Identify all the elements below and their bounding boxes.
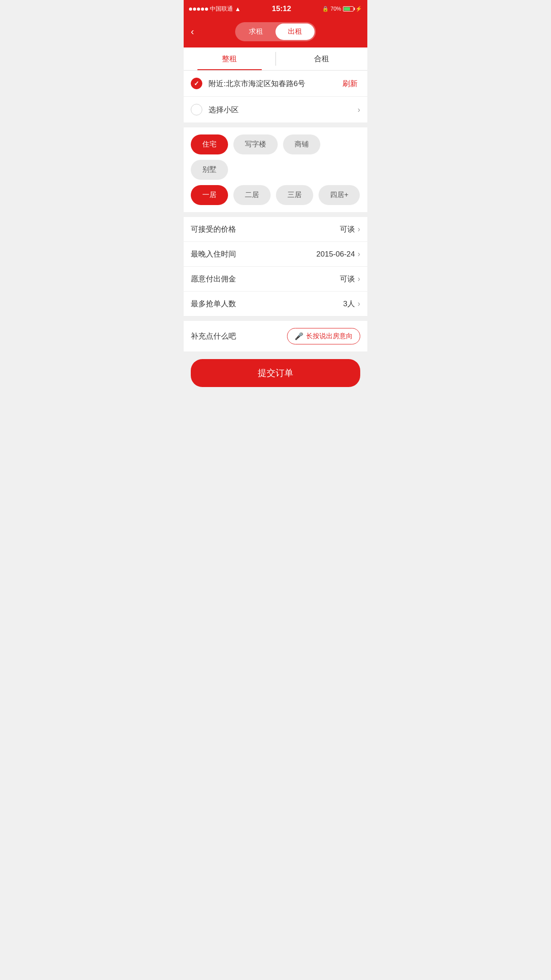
time-label: 15:12 <box>272 4 291 13</box>
lock-icon: 🔒 <box>322 6 329 12</box>
movein-chevron: › <box>358 249 360 259</box>
battery-icon <box>343 6 354 12</box>
offer-rent-toggle[interactable]: 出租 <box>276 24 315 40</box>
location-label: 附近:北京市海淀区知春路6号 <box>209 79 342 89</box>
back-button[interactable]: ‹ <box>191 26 194 38</box>
maxpeople-label: 最多抢单人数 <box>191 299 343 309</box>
community-label: 选择小区 <box>209 105 358 115</box>
submit-button[interactable]: 提交订单 <box>191 359 360 387</box>
tab-hezi[interactable]: 合租 <box>276 47 368 70</box>
divider-1 <box>184 123 367 127</box>
commission-value: 可谈 <box>340 274 355 284</box>
carrier-label: 中国联通 <box>210 5 233 13</box>
status-bar: 中国联通 ▲ 15:12 🔒 70% ⚡ <box>184 0 367 18</box>
room-count-row: 一居 二居 三居 四居+ <box>191 185 360 205</box>
location-radio <box>191 78 202 89</box>
tab-zhengzu[interactable]: 整租 <box>184 47 276 70</box>
status-bar-right: 🔒 70% ⚡ <box>322 6 362 12</box>
movein-row[interactable]: 最晚入住时间 2015-06-24 › <box>184 242 367 267</box>
battery-percent: 70% <box>331 6 341 12</box>
supplement-row: 补充点什么吧 🎤 长按说出房意向 <box>184 321 367 352</box>
property-type-section: 住宅 写字楼 商铺 别墅 一居 二居 三居 四居+ <box>184 127 367 213</box>
mode-toggle: 求租 出租 <box>235 22 316 41</box>
mic-icon: 🎤 <box>295 332 303 340</box>
status-bar-left: 中国联通 ▲ <box>189 5 241 13</box>
commission-label: 愿意付出佣金 <box>191 274 340 284</box>
supplement-label: 补充点什么吧 <box>191 331 236 341</box>
chip-sanju[interactable]: 三居 <box>276 185 313 205</box>
chip-yiju[interactable]: 一居 <box>191 185 228 205</box>
community-radio <box>191 104 202 115</box>
tabs: 整租 合租 <box>184 47 367 71</box>
maxpeople-value: 3人 <box>343 299 355 309</box>
wifi-icon: ▲ <box>235 5 241 12</box>
chip-zuzhai[interactable]: 住宅 <box>191 134 228 154</box>
price-row[interactable]: 可接受的价格 可谈 › <box>184 217 367 242</box>
community-row[interactable]: 选择小区 › <box>184 97 367 123</box>
chip-erju[interactable]: 二居 <box>233 185 271 205</box>
bolt-icon: ⚡ <box>355 6 362 12</box>
movein-value: 2015-06-24 <box>316 250 355 259</box>
divider-2 <box>184 213 367 217</box>
seek-rent-toggle[interactable]: 求租 <box>236 24 276 40</box>
community-chevron: › <box>358 105 360 115</box>
price-value: 可谈 <box>340 224 355 234</box>
submit-section: 提交订单 <box>184 352 367 394</box>
voice-button[interactable]: 🎤 长按说出房意向 <box>287 328 360 344</box>
header: ‹ 求租 出租 <box>184 18 367 47</box>
property-type-row: 住宅 写字楼 商铺 别墅 <box>191 134 360 180</box>
commission-row[interactable]: 愿意付出佣金 可谈 › <box>184 267 367 292</box>
chip-bieshu[interactable]: 别墅 <box>191 160 228 180</box>
maxpeople-row[interactable]: 最多抢单人数 3人 › <box>184 292 367 316</box>
chip-xiezi[interactable]: 写字楼 <box>233 134 278 154</box>
voice-button-label: 长按说出房意向 <box>306 332 353 340</box>
divider-3 <box>184 316 367 321</box>
chip-shangpu[interactable]: 商铺 <box>283 134 320 154</box>
movein-label: 最晚入住时间 <box>191 249 316 259</box>
commission-chevron: › <box>358 274 360 284</box>
price-chevron: › <box>358 225 360 234</box>
signal-dots <box>189 8 208 11</box>
price-label: 可接受的价格 <box>191 224 340 234</box>
refresh-button[interactable]: 刷新 <box>342 79 358 89</box>
chip-sijuplus[interactable]: 四居+ <box>319 185 360 205</box>
location-row[interactable]: 附近:北京市海淀区知春路6号 刷新 <box>184 71 367 97</box>
maxpeople-chevron: › <box>358 299 360 308</box>
